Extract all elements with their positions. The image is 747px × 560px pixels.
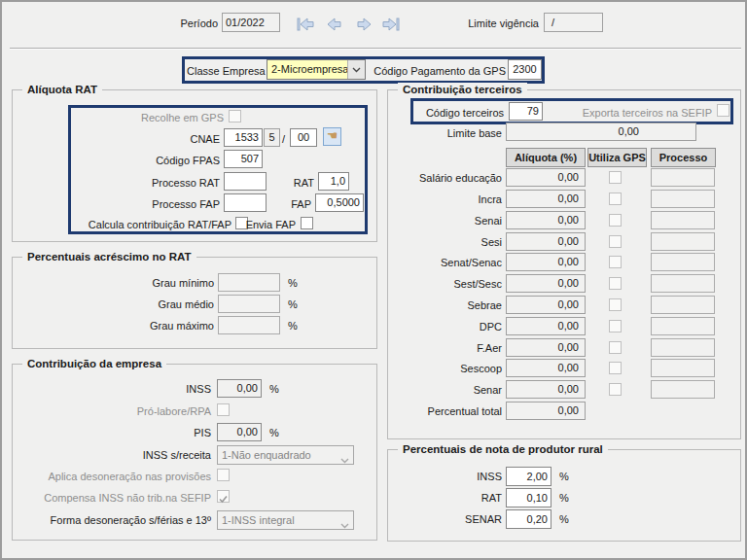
utiliza-gps-checkbox-7[interactable] [609,320,622,332]
rural-rat-percent: % [559,491,575,505]
periodo-input[interactable]: 01/2022 [222,13,280,32]
terceiros-row-label: Salário educação [381,171,502,185]
prolabore-label: Pró-labore/RPA [99,404,211,418]
aliquota-input-8[interactable]: 0,00 [506,338,586,357]
arrow-left-icon [324,17,345,32]
aliquota-input-4[interactable]: 0,00 [506,253,586,271]
nav-prev-button[interactable] [324,17,345,32]
nav-first-button[interactable] [295,17,316,32]
processo-input-0[interactable] [651,168,715,187]
aliquota-input-6[interactable]: 0,00 [506,296,586,314]
percentual-total-label: Percentual total [381,404,502,418]
aliquota-input-10[interactable]: 0,00 [506,380,586,399]
cnae-lookup-button[interactable]: ☚ [323,127,341,146]
exporta-sefip-checkbox[interactable] [717,104,729,117]
terceiros-row-label: Sesi [381,235,502,249]
inss-receita-select[interactable]: 1-Não enquadrado [217,445,354,465]
nav-last-button[interactable] [380,17,402,32]
processo-input-6[interactable] [651,296,715,314]
processo-input-1[interactable] [651,190,715,208]
utiliza-gps-checkbox-5[interactable] [609,277,622,290]
cnae-suffix-input[interactable]: 00 [290,128,317,147]
processo-input-10[interactable] [651,380,715,399]
cnae-digit-input[interactable]: 5 [264,128,280,147]
envia-fap-checkbox[interactable] [301,217,313,229]
codigo-terceiros-input[interactable]: 79 [509,102,543,121]
processo-input-8[interactable] [651,338,715,357]
contribuicao-empresa-title: Contribuição da empresa [22,357,166,371]
grau-medio-label: Grau médio [99,298,214,311]
utiliza-gps-checkbox-6[interactable] [609,298,622,311]
processo-input-3[interactable] [651,232,715,251]
codigo-terceiros-label: Código terceiros [418,106,504,120]
limite-base-input[interactable]: 0,00 [506,122,696,141]
prolabore-checkbox[interactable] [217,403,230,416]
rural-senar-input[interactable]: 0,20 [506,509,551,529]
cnae-separator: / [282,132,290,146]
rural-rat-input[interactable]: 0,10 [506,488,551,508]
compensa-inss-checkbox[interactable] [217,490,230,503]
processo-input-4[interactable] [651,253,715,271]
utiliza-gps-checkbox-10[interactable] [609,383,622,396]
pis-input[interactable]: 0,00 [217,423,262,441]
grau-minimo-input[interactable] [218,273,280,292]
arrow-right-icon [353,17,374,32]
aliquota-input-1[interactable]: 0,00 [506,190,586,208]
utiliza-gps-checkbox-2[interactable] [609,214,622,227]
terceiros-row-label: Sest/Sesc [381,277,502,291]
recolhe-gps-checkbox[interactable] [229,110,241,122]
processo-fap-label: Processo FAP [119,197,220,211]
empresa-inss-label: INSS [133,382,211,396]
processo-input-5[interactable] [651,274,715,293]
utiliza-gps-checkbox-9[interactable] [609,362,622,374]
terceiros-row-label: Sebrae [381,298,502,312]
processo-rat-input[interactable] [224,172,267,191]
grau-minimo-percent: % [288,276,303,290]
header-aliquota: Alíquota (%) [506,148,586,167]
pis-label: PIS [133,426,211,439]
processo-fap-input[interactable] [224,193,267,212]
aliquota-input-3[interactable]: 0,00 [506,232,586,251]
cnae-input[interactable]: 1533 [224,128,263,147]
rural-rat-label: RAT [410,491,502,505]
inss-receita-value: 1-Não enquadrado [222,449,311,461]
utiliza-gps-checkbox-0[interactable] [609,171,622,184]
header-utiliza-gps: Utiliza GPS [587,148,647,167]
aliquota-input-0[interactable]: 0,00 [506,168,586,187]
rural-inss-percent: % [559,470,575,483]
aliquota-input-2[interactable]: 0,00 [506,211,586,229]
utiliza-gps-checkbox-4[interactable] [609,256,622,268]
processo-rat-label: Processo RAT [119,176,220,190]
grau-medio-percent: % [288,298,303,311]
fpas-input[interactable]: 507 [224,150,263,168]
grau-medio-input[interactable] [218,295,280,313]
rural-inss-label: INSS [410,470,502,483]
periodo-label: Período [148,17,218,30]
forma-desoneracao-select[interactable]: 1-INSS integral [217,510,354,530]
utiliza-gps-checkbox-3[interactable] [609,235,622,248]
limite-vigencia-input[interactable]: / [544,13,603,32]
utiliza-gps-checkbox-8[interactable] [609,341,622,354]
rat-input[interactable]: 1,0 [318,172,349,191]
grau-maximo-input[interactable] [218,316,280,334]
terceiros-row-label: Senar [381,383,502,397]
cnae-label: CNAE [138,132,220,146]
rural-senar-percent: % [559,512,575,526]
aplica-desoneracao-checkbox[interactable] [217,469,230,481]
terceiros-row-label: Incra [381,192,502,206]
aliquota-input-5[interactable]: 0,00 [506,274,586,293]
empresa-inss-input[interactable]: 0,00 [217,379,262,398]
processo-input-2[interactable] [651,211,715,229]
fap-input[interactable]: 0,5000 [315,193,364,212]
aliquota-input-7[interactable]: 0,00 [506,317,586,335]
contribuicao-terceiros-title: Contribuição terceiros [398,83,527,97]
compensa-inss-label: Compensa INSS não trib.na SEFIP [21,491,211,505]
nav-next-button[interactable] [353,17,374,32]
processo-input-7[interactable] [651,317,715,335]
rural-inss-input[interactable]: 2,00 [506,467,551,486]
gps-codigo-input[interactable]: 2300 [508,59,542,80]
aliquota-input-9[interactable]: 0,00 [506,359,586,377]
processo-input-9[interactable] [651,359,715,377]
utiliza-gps-checkbox-1[interactable] [609,192,622,205]
pointing-hand-icon: ☚ [327,128,338,143]
